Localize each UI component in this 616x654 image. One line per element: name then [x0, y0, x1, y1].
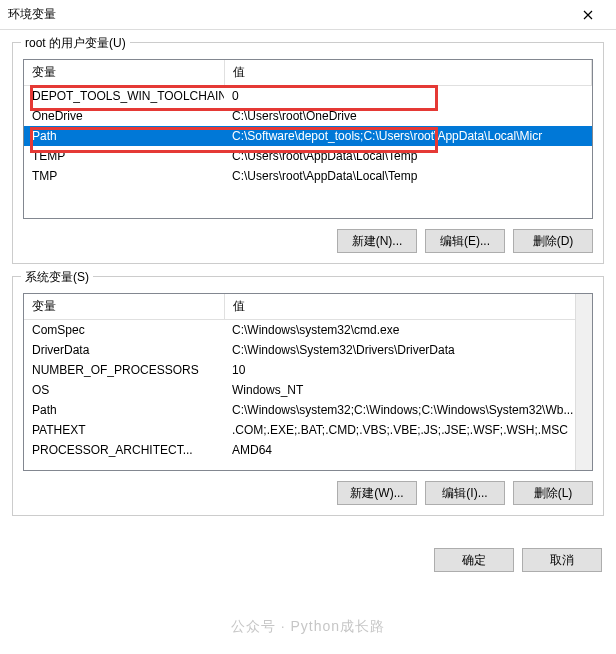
close-button[interactable] [568, 0, 608, 30]
new-sys-var-button[interactable]: 新建(W)... [337, 481, 417, 505]
table-row[interactable]: PathC:\Software\depot_tools;C:\Users\roo… [24, 126, 592, 146]
delete-user-var-button[interactable]: 删除(D) [513, 229, 593, 253]
system-vars-table-wrap: 变量 值 ComSpecC:\Windows\system32\cmd.exe … [23, 293, 593, 471]
table-row[interactable]: PROCESSOR_ARCHITECT...AMD64 [24, 440, 592, 460]
system-vars-table[interactable]: 变量 值 ComSpecC:\Windows\system32\cmd.exe … [24, 294, 592, 460]
table-row[interactable]: TEMPC:\Users\root\AppData\Local\Temp [24, 146, 592, 166]
col-header-value[interactable]: 值 [224, 60, 592, 86]
user-vars-label: root 的用户变量(U) [21, 35, 130, 52]
table-row[interactable]: TMPC:\Users\root\AppData\Local\Temp [24, 166, 592, 186]
col-header-name[interactable]: 变量 [24, 60, 224, 86]
table-row[interactable]: NUMBER_OF_PROCESSORS10 [24, 360, 592, 380]
table-row[interactable]: ComSpecC:\Windows\system32\cmd.exe [24, 320, 592, 341]
system-vars-label: 系统变量(S) [21, 269, 93, 286]
titlebar: 环境变量 [0, 0, 616, 30]
col-header-name[interactable]: 变量 [24, 294, 224, 320]
col-header-value[interactable]: 值 [224, 294, 592, 320]
table-row[interactable]: OSWindows_NT [24, 380, 592, 400]
user-vars-table[interactable]: 变量 值 DEPOT_TOOLS_WIN_TOOLCHAIN0 OneDrive… [24, 60, 592, 186]
new-user-var-button[interactable]: 新建(N)... [337, 229, 417, 253]
edit-user-var-button[interactable]: 编辑(E)... [425, 229, 505, 253]
ok-button[interactable]: 确定 [434, 548, 514, 572]
system-vars-group: 系统变量(S) 变量 值 ComSpecC:\Windows\system32\… [12, 276, 604, 516]
close-icon [583, 10, 593, 20]
dialog-buttons: 确定 取消 [0, 540, 616, 580]
table-row[interactable]: OneDriveC:\Users\root\OneDrive [24, 106, 592, 126]
table-row[interactable]: DEPOT_TOOLS_WIN_TOOLCHAIN0 [24, 86, 592, 107]
user-vars-group: root 的用户变量(U) 变量 值 DEPOT_TOOLS_WIN_TOOLC… [12, 42, 604, 264]
scrollbar[interactable] [575, 294, 592, 470]
table-row[interactable]: PATHEXT.COM;.EXE;.BAT;.CMD;.VBS;.VBE;.JS… [24, 420, 592, 440]
window-title: 环境变量 [8, 6, 568, 23]
table-row[interactable]: DriverDataC:\Windows\System32\Drivers\Dr… [24, 340, 592, 360]
user-vars-table-wrap: 变量 值 DEPOT_TOOLS_WIN_TOOLCHAIN0 OneDrive… [23, 59, 593, 219]
table-row[interactable]: PathC:\Windows\system32;C:\Windows;C:\Wi… [24, 400, 592, 420]
delete-sys-var-button[interactable]: 删除(L) [513, 481, 593, 505]
user-vars-buttons: 新建(N)... 编辑(E)... 删除(D) [23, 229, 593, 253]
cancel-button[interactable]: 取消 [522, 548, 602, 572]
edit-sys-var-button[interactable]: 编辑(I)... [425, 481, 505, 505]
watermark: 公众号 · Python成长路 [0, 618, 616, 636]
system-vars-buttons: 新建(W)... 编辑(I)... 删除(L) [23, 481, 593, 505]
